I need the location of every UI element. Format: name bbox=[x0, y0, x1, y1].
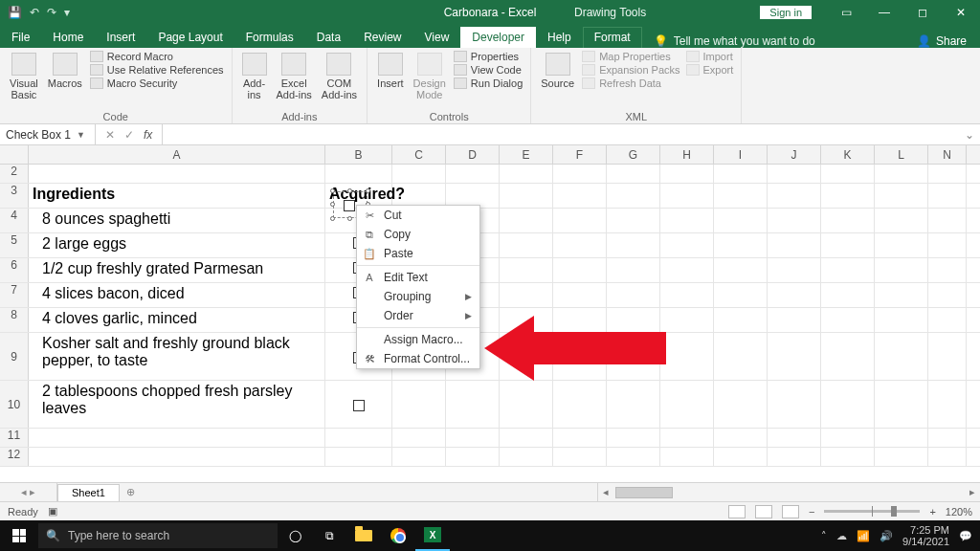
zoom-in-button[interactable]: + bbox=[929, 506, 935, 518]
ribbon-options-icon[interactable]: ▭ bbox=[827, 0, 865, 25]
col-header-e[interactable]: E bbox=[500, 145, 553, 164]
col-header-f[interactable]: F bbox=[553, 145, 607, 164]
col-header-k[interactable]: K bbox=[821, 145, 875, 164]
checkbox-icon[interactable] bbox=[353, 400, 365, 411]
com-addins-button[interactable]: COM Add-ins bbox=[320, 51, 359, 102]
taskbar-clock[interactable]: 7:25 PM 9/14/2021 bbox=[902, 524, 949, 547]
row-header-5[interactable]: 5 bbox=[0, 233, 29, 257]
context-menu-format-control[interactable]: 🛠Format Control... bbox=[357, 349, 479, 368]
properties-button[interactable]: Properties bbox=[454, 51, 523, 62]
col-header-l[interactable]: L bbox=[875, 145, 928, 164]
name-box-dropdown-icon[interactable]: ▼ bbox=[77, 130, 85, 140]
new-sheet-button[interactable]: ⊕ bbox=[120, 483, 143, 501]
sheet-nav-buttons[interactable]: ◂ ▸ bbox=[0, 483, 57, 501]
design-mode-button[interactable]: Design Mode bbox=[412, 51, 448, 102]
cell-a6[interactable]: 1/2 cup freshly grated Parmesan bbox=[29, 258, 325, 282]
chrome-icon[interactable] bbox=[381, 520, 415, 551]
tab-review[interactable]: Review bbox=[352, 27, 412, 48]
formula-input[interactable] bbox=[163, 124, 959, 144]
row-header-2[interactable]: 2 bbox=[0, 165, 29, 183]
view-code-button[interactable]: View Code bbox=[454, 64, 523, 76]
row-header-9[interactable]: 9 bbox=[0, 333, 29, 380]
horizontal-scrollbar[interactable]: ◂ ▸ bbox=[597, 483, 980, 501]
col-header-b[interactable]: B bbox=[325, 145, 392, 164]
export-button[interactable]: Export bbox=[686, 64, 734, 76]
source-button[interactable]: Source bbox=[539, 51, 576, 91]
record-macro-button[interactable]: Record Macro bbox=[90, 51, 224, 62]
zoom-out-button[interactable]: − bbox=[809, 506, 814, 518]
page-layout-view-button[interactable] bbox=[755, 505, 772, 518]
cell-a3[interactable]: Ingredients bbox=[29, 184, 325, 208]
row-header-7[interactable]: 7 bbox=[0, 283, 29, 307]
row-header-11[interactable]: 11 bbox=[0, 429, 29, 447]
import-button[interactable]: Import bbox=[686, 51, 734, 62]
resize-handle[interactable] bbox=[366, 188, 370, 193]
insert-function-icon[interactable]: fx bbox=[144, 128, 152, 142]
resize-handle[interactable] bbox=[330, 202, 335, 207]
undo-icon[interactable]: ↶ bbox=[30, 6, 39, 19]
checkbox-icon[interactable] bbox=[344, 200, 355, 211]
col-header-i[interactable]: I bbox=[714, 145, 768, 164]
cell-a4[interactable]: 8 ounces spaghetti bbox=[29, 209, 325, 232]
col-header-c[interactable]: C bbox=[392, 145, 446, 164]
scroll-track[interactable] bbox=[613, 486, 965, 499]
zoom-slider[interactable] bbox=[824, 510, 920, 513]
context-menu-copy[interactable]: ⧉Copy bbox=[357, 225, 479, 244]
col-header-n[interactable]: N bbox=[928, 145, 967, 164]
scroll-left-icon[interactable]: ◂ bbox=[598, 486, 613, 498]
context-menu-paste[interactable]: 📋Paste bbox=[357, 244, 479, 263]
tab-data[interactable]: Data bbox=[305, 27, 352, 48]
col-header-h[interactable]: H bbox=[660, 145, 714, 164]
tab-formulas[interactable]: Formulas bbox=[234, 27, 305, 48]
map-properties-button[interactable]: Map Properties bbox=[582, 51, 679, 62]
wifi-icon[interactable]: 📶 bbox=[857, 530, 870, 542]
tab-home[interactable]: Home bbox=[41, 27, 95, 48]
tab-page-layout[interactable]: Page Layout bbox=[146, 27, 234, 48]
row-header-10[interactable]: 10 bbox=[0, 381, 29, 428]
tray-overflow-icon[interactable]: ˄ bbox=[821, 530, 827, 542]
page-break-view-button[interactable] bbox=[782, 505, 799, 518]
name-box[interactable]: Check Box 1 ▼ bbox=[0, 124, 96, 144]
macro-security-button[interactable]: Macro Security bbox=[90, 77, 224, 89]
close-button[interactable]: ✕ bbox=[942, 0, 980, 25]
row-header-8[interactable]: 8 bbox=[0, 308, 29, 332]
resize-handle[interactable] bbox=[330, 188, 335, 193]
scroll-thumb[interactable] bbox=[615, 487, 673, 498]
volume-icon[interactable]: 🔊 bbox=[880, 530, 893, 542]
qat-customize-icon[interactable]: ▾ bbox=[64, 6, 70, 19]
expand-formula-bar-icon[interactable]: ⌄ bbox=[959, 124, 980, 144]
redo-icon[interactable]: ↷ bbox=[47, 6, 56, 19]
tell-me[interactable]: 💡 Tell me what you want to do bbox=[654, 34, 815, 48]
cortana-icon[interactable]: ◯ bbox=[278, 520, 312, 551]
tab-format[interactable]: Format bbox=[583, 27, 642, 48]
scroll-right-icon[interactable]: ▸ bbox=[965, 486, 980, 498]
cell-a8[interactable]: 4 cloves garlic, minced bbox=[29, 308, 325, 332]
col-header-j[interactable]: J bbox=[768, 145, 821, 164]
zoom-slider-thumb[interactable] bbox=[891, 506, 897, 517]
worksheet-grid[interactable]: A B C D E F G H I J K L N 2 3Ingredients… bbox=[0, 145, 980, 482]
col-header-g[interactable]: G bbox=[607, 145, 660, 164]
use-relative-references-button[interactable]: Use Relative References bbox=[90, 64, 224, 76]
signin-button[interactable]: Sign in bbox=[760, 6, 812, 19]
context-menu-assign-macro[interactable]: Assign Macro... bbox=[357, 330, 479, 349]
cell-a9[interactable]: Kosher salt and freshly ground black pep… bbox=[29, 333, 325, 380]
resize-handle[interactable] bbox=[347, 188, 352, 193]
action-center-icon[interactable]: 💬 bbox=[959, 530, 972, 542]
tab-help[interactable]: Help bbox=[536, 27, 583, 48]
taskbar-search[interactable]: 🔍 Type here to search bbox=[38, 523, 278, 548]
file-explorer-icon[interactable] bbox=[346, 520, 381, 551]
resize-handle[interactable] bbox=[347, 216, 352, 221]
tab-insert[interactable]: Insert bbox=[95, 27, 146, 48]
tab-file[interactable]: File bbox=[0, 27, 41, 48]
task-view-icon[interactable]: ⧉ bbox=[312, 520, 346, 551]
expansion-packs-button[interactable]: Expansion Packs bbox=[582, 64, 679, 76]
onedrive-icon[interactable]: ☁ bbox=[836, 530, 847, 542]
macros-button[interactable]: Macros bbox=[46, 51, 84, 91]
cancel-formula-icon[interactable]: ✕ bbox=[105, 128, 115, 142]
start-button[interactable] bbox=[0, 520, 38, 551]
cell-a7[interactable]: 4 slices bacon, diced bbox=[29, 283, 325, 307]
row-header-12[interactable]: 12 bbox=[0, 448, 29, 466]
visual-basic-button[interactable]: Visual Basic bbox=[8, 51, 40, 102]
save-icon[interactable]: 💾 bbox=[8, 6, 22, 19]
context-menu-grouping[interactable]: Grouping▶ bbox=[357, 287, 479, 306]
